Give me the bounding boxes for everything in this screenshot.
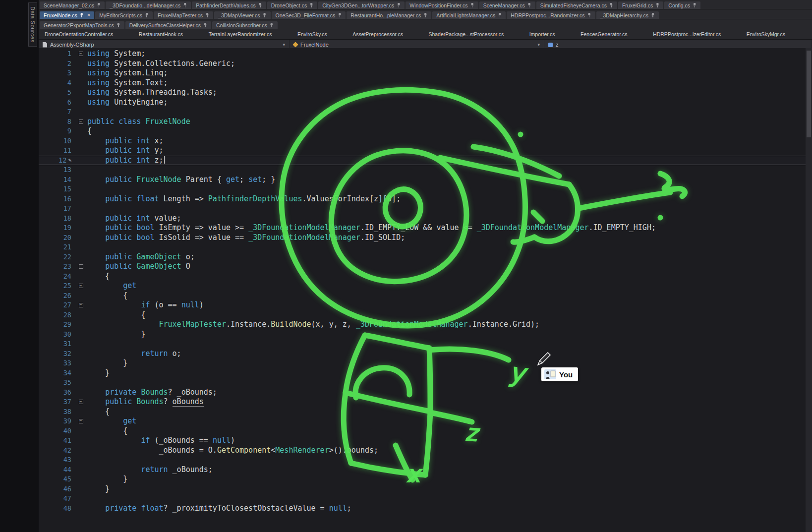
tab-CollisionSubscriber.cs[interactable]: CollisionSubscriber.cs <box>212 21 278 29</box>
code-line-30[interactable]: 30 } <box>39 330 812 340</box>
code-line-35[interactable]: 35 <box>39 378 812 388</box>
tab-FruxelNode.cs[interactable]: FruxelNode.cs <box>40 11 94 19</box>
code-line-14[interactable]: 14 public FruxelNode Parent { get; set; … <box>39 175 812 185</box>
tab-WindowPositionFinder.cs[interactable]: WindowPositionFinder.cs <box>406 1 478 9</box>
pin-icon[interactable] <box>203 23 207 28</box>
tab-RestaurantHo...pleManager.cs[interactable]: RestaurantHo...pleManager.cs <box>347 11 431 19</box>
fold-gutter[interactable] <box>74 119 87 124</box>
code-line-20[interactable]: 20 public bool IsSolid => value == _3DFo… <box>39 233 812 243</box>
code-line-22[interactable]: 22 public GameObject o; <box>39 252 812 262</box>
code-line-25[interactable]: 25 get <box>39 281 812 291</box>
pin-icon[interactable] <box>183 3 187 8</box>
fold-gutter[interactable] <box>74 400 87 404</box>
tab-ShaderPackage...stProcessor.cs[interactable]: ShaderPackage...stProcessor.cs <box>426 29 506 39</box>
collapse-icon[interactable] <box>79 419 83 423</box>
code-line-15[interactable]: 15 <box>39 184 812 194</box>
pin-icon[interactable] <box>116 23 120 28</box>
code-line-21[interactable]: 21 <box>39 242 812 252</box>
collapse-icon[interactable] <box>79 303 83 307</box>
pin-icon[interactable] <box>97 3 101 8</box>
code-line-28[interactable]: 28 { <box>39 310 812 320</box>
tab-FruxelGrid.cs[interactable]: FruxelGrid.cs <box>618 1 663 9</box>
code-line-18[interactable]: 18 public int value; <box>39 214 812 224</box>
code-line-43[interactable]: 43 <box>39 455 812 465</box>
tab-HDRPPostproc...Randomizer.cs[interactable]: HDRPPostproc...Randomizer.cs <box>507 11 595 19</box>
tab-FencesGenerator.cs[interactable]: FencesGenerator.cs <box>579 29 630 39</box>
fold-gutter[interactable] <box>74 264 87 269</box>
collapse-icon[interactable] <box>79 400 83 404</box>
tab-SimulatedFisheyeCamera.cs[interactable]: SimulatedFisheyeCamera.cs <box>536 1 617 9</box>
code-line-32[interactable]: 32 return o; <box>39 349 812 359</box>
code-line-36[interactable]: 36 private Bounds? _oBounds; <box>39 388 812 398</box>
code-line-6[interactable]: 6using UnityEngine; <box>39 98 812 108</box>
code-line-39[interactable]: 39 get <box>39 416 812 426</box>
pin-icon[interactable] <box>498 13 502 18</box>
code-line-17[interactable]: 17 <box>39 204 812 214</box>
code-line-34[interactable]: 34 } <box>39 368 812 378</box>
tab-DroneObject.cs[interactable]: DroneObject.cs <box>267 1 317 9</box>
code-line-41[interactable]: 41 if (_oBounds == null) <box>39 436 812 446</box>
code-line-31[interactable]: 31 <box>39 339 812 349</box>
tab-AssetPreprocessor.cs[interactable]: AssetPreprocessor.cs <box>350 29 405 39</box>
code-line-47[interactable]: 47 <box>39 494 812 504</box>
code-line-37[interactable]: 37 public Bounds? oBounds <box>39 397 812 407</box>
close-icon[interactable] <box>87 12 90 18</box>
tab-CityGen3DGen...torWrapper.cs[interactable]: CityGen3DGen...torWrapper.cs <box>318 1 405 9</box>
pin-icon[interactable] <box>609 3 613 8</box>
pin-icon[interactable] <box>587 13 591 18</box>
tab-_3DFoundatio...delManager.cs[interactable]: _3DFoundatio...delManager.cs <box>106 1 191 9</box>
code-line-13[interactable]: 13 <box>39 165 812 175</box>
code-line-19[interactable]: 19 public bool IsEmpty => value >= _3DFo… <box>39 223 812 233</box>
tab-Importer.cs[interactable]: Importer.cs <box>527 29 557 39</box>
code-line-23[interactable]: 23 public GameObject O <box>39 262 812 272</box>
pin-icon[interactable] <box>655 3 659 8</box>
vertical-scrollbar[interactable] <box>806 48 812 532</box>
code-line-4[interactable]: 4using System.Text; <box>39 78 812 88</box>
pin-icon[interactable] <box>205 13 209 18</box>
pin-icon[interactable] <box>258 3 262 8</box>
fold-gutter[interactable] <box>74 303 87 307</box>
pin-icon[interactable] <box>693 3 696 8</box>
code-line-12[interactable]: 12 public int z; <box>39 156 812 166</box>
pin-icon[interactable] <box>423 13 427 18</box>
fold-gutter[interactable] <box>74 419 87 423</box>
code-line-42[interactable]: 42 _oBounds = O.GetComponent<MeshRendere… <box>39 446 812 456</box>
tab-Generator2ExportMapTools.cs[interactable]: Generator2ExportMapTools.cs <box>40 21 124 29</box>
data-sources-tab[interactable]: Data Sources <box>28 2 37 47</box>
code-line-33[interactable]: 33 } <box>39 358 812 368</box>
code-line-11[interactable]: 11 public int y; <box>39 146 812 156</box>
code-line-26[interactable]: 26 { <box>39 291 812 301</box>
code-line-27[interactable]: 27 if (o == null) <box>39 300 812 310</box>
pin-icon[interactable] <box>80 13 84 18</box>
tab-_3DMapViewer.cs[interactable]: _3DMapViewer.cs <box>214 11 270 19</box>
pin-icon[interactable] <box>651 13 655 18</box>
pin-icon[interactable] <box>527 3 531 8</box>
tab-_3DMapHierarchy.cs[interactable]: _3DMapHierarchy.cs <box>596 11 659 19</box>
tab-DroneOrientationController.cs[interactable]: DroneOrientationController.cs <box>43 29 115 39</box>
tab-OneSec3D_FileFormat.cs[interactable]: OneSec3D_FileFormat.cs <box>272 11 346 19</box>
code-line-24[interactable]: 24 { <box>39 272 812 282</box>
collapse-icon[interactable] <box>79 264 83 269</box>
tab-MyEditorScripts.cs[interactable]: MyEditorScripts.cs <box>95 11 153 19</box>
fold-gutter[interactable] <box>74 52 87 56</box>
scrollbar-thumb[interactable] <box>807 51 811 137</box>
pin-icon[interactable] <box>470 3 474 8</box>
tab-HDRPPostproc...izerEditor.cs[interactable]: HDRPPostproc...izerEditor.cs <box>651 29 723 39</box>
code-line-38[interactable]: 38 { <box>39 407 812 417</box>
tab-EnviroSky.cs[interactable]: EnviroSky.cs <box>295 29 329 39</box>
tab-DeliverySurfaceClassHelper.cs[interactable]: DeliverySurfaceClassHelper.cs <box>125 21 211 29</box>
code-editor[interactable]: 1using System;2using System.Collections.… <box>39 48 812 532</box>
code-line-2[interactable]: 2using System.Collections.Generic; <box>39 59 812 69</box>
tab-SceneManager.cs[interactable]: SceneManager.cs <box>479 1 535 9</box>
fold-gutter[interactable] <box>74 284 87 288</box>
code-line-1[interactable]: 1using System; <box>39 49 812 59</box>
tab-SceneManager_02.cs[interactable]: SceneManager_02.cs <box>40 1 105 9</box>
tab-FruxelMapTester.cs[interactable]: FruxelMapTester.cs <box>154 11 213 19</box>
tab-TerrainLayerRandomizer.cs[interactable]: TerrainLayerRandomizer.cs <box>207 29 274 39</box>
collapse-icon[interactable] <box>79 284 83 288</box>
pin-icon[interactable] <box>397 3 401 8</box>
tab-RestaurantHook.cs[interactable]: RestaurantHook.cs <box>137 29 185 39</box>
collapse-icon[interactable] <box>79 119 83 124</box>
tab-PathfinderDepthValues.cs[interactable]: PathfinderDepthValues.cs <box>192 1 266 9</box>
pin-icon[interactable] <box>263 13 267 18</box>
